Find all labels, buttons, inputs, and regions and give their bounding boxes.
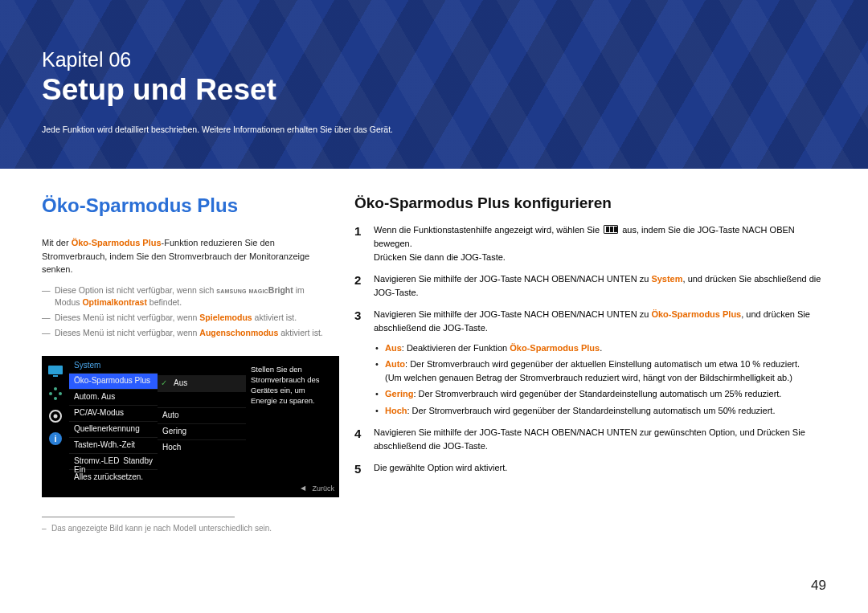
step-item: Navigieren Sie mithilfe der JOG-Taste NA… xyxy=(354,272,826,300)
osd-menu-item: Stromv.-LED EinStandby xyxy=(69,453,158,469)
osd-sidebar: i xyxy=(42,356,69,497)
osd-description: Stellen Sie den Stromverbrauch des Gerät… xyxy=(246,356,339,497)
steps-list: Wenn die Funktionstastenhilfe angezeigt … xyxy=(354,223,826,475)
chapter-label: Kapitel 06 xyxy=(42,48,826,72)
svg-rect-0 xyxy=(48,366,63,374)
step-item: Navigieren Sie mithilfe der JOG-Taste NA… xyxy=(354,426,826,453)
menu-bars-icon xyxy=(604,225,618,234)
options-list: Aus: Deaktivieren der Funktion Öko-Sparm… xyxy=(374,341,826,417)
note-item: Dieses Menü ist nicht verfügbar, wenn Au… xyxy=(42,327,327,340)
left-column: Öko-Sparmodus Plus Mit der Öko-Sparmodus… xyxy=(42,194,327,533)
osd-section-title: System xyxy=(69,361,158,373)
svg-point-2 xyxy=(54,387,57,390)
osd-footer: ◀Zurück xyxy=(301,484,334,492)
intro-paragraph: Mit der Öko-Sparmodus Plus-Funktion redu… xyxy=(42,236,327,276)
right-column: Öko-Sparmodus Plus konfigurieren Wenn di… xyxy=(354,194,826,533)
osd-menu-col: System Öko-Sparmodus Plus Autom. Aus PC/… xyxy=(69,356,158,497)
osd-value xyxy=(158,391,246,407)
osd-value-col: Aus Auto Gering Hoch xyxy=(158,356,246,497)
procedure-heading: Öko-Sparmodus Plus konfigurieren xyxy=(354,194,826,212)
page-number: 49 xyxy=(811,578,826,594)
option-item: Aus: Deaktivieren der Funktion Öko-Sparm… xyxy=(374,341,826,355)
osd-value: Auto xyxy=(158,407,246,423)
back-arrow-icon: ◀ xyxy=(301,484,305,492)
osd-menu-item: Quellenerkennung xyxy=(69,421,158,437)
step-item: Wenn die Funktionstastenhilfe angezeigt … xyxy=(354,223,826,264)
step-item: Die gewählte Option wird aktiviert. xyxy=(354,461,826,475)
svg-point-4 xyxy=(54,397,57,400)
gear-icon xyxy=(47,407,64,425)
svg-point-7 xyxy=(54,414,58,418)
osd-menu-item: PC/AV-Modus xyxy=(69,405,158,421)
osd-menu-item: Autom. Aus xyxy=(69,389,158,405)
chapter-title: Setup und Reset xyxy=(42,73,826,107)
option-item: Auto: Der Stromverbrauch wird gegenüber … xyxy=(374,358,826,385)
osd-value: Gering xyxy=(158,423,246,439)
separator xyxy=(42,517,235,517)
svg-rect-1 xyxy=(53,375,58,377)
footnote: Das angezeigte Bild kann je nach Modell … xyxy=(42,524,327,533)
info-icon: i xyxy=(47,430,64,447)
svg-point-3 xyxy=(59,392,62,395)
note-item: Dieses Menü ist nicht verfügbar, wenn Sp… xyxy=(42,312,327,325)
option-item: Gering: Der Stromverbrauch wird gegenübe… xyxy=(374,387,826,401)
monitor-icon xyxy=(47,362,64,380)
osd-menu-item: Tasten-Wdh.-Zeit xyxy=(69,437,158,453)
note-item: Diese Option ist nicht verfügbar, wenn s… xyxy=(42,284,327,310)
osd-value-selected: Aus xyxy=(158,375,246,391)
osd-value: Hoch xyxy=(158,439,246,456)
osd-screenshot: i System Öko-Sparmodus Plus Autom. Aus P… xyxy=(42,356,327,497)
chapter-subtitle: Jede Funktion wird detailliert beschrieb… xyxy=(42,125,826,134)
settings-dots-icon xyxy=(47,385,64,403)
step-item: Navigieren Sie mithilfe der JOG-Taste NA… xyxy=(354,308,826,417)
svg-point-5 xyxy=(49,392,52,395)
osd-menu-item-selected: Öko-Sparmodus Plus xyxy=(69,373,158,389)
option-item: Hoch: Der Stromverbrauch wird gegenüber … xyxy=(374,404,826,418)
feature-name: Öko-Sparmodus Plus xyxy=(72,238,162,247)
section-heading: Öko-Sparmodus Plus xyxy=(42,194,327,217)
chapter-header: Kapitel 06 Setup und Reset Jede Funktion… xyxy=(0,0,868,169)
notes-list: Diese Option ist nicht verfügbar, wenn s… xyxy=(42,284,327,340)
svg-text:i: i xyxy=(54,434,56,443)
